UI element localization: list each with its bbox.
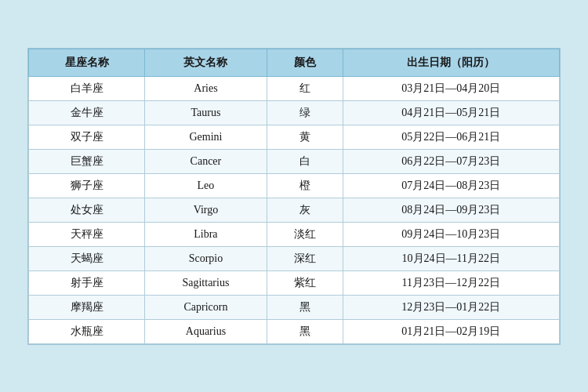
cell-10-0: 水瓶座 xyxy=(29,319,145,343)
table-row: 处女座Virgo灰08月24日—09月23日 xyxy=(29,198,560,222)
header-col-3: 出生日期（阳历） xyxy=(343,49,559,76)
cell-10-3: 01月21日—02月19日 xyxy=(343,319,559,343)
table-row: 摩羯座Capricorn黑12月23日—01月22日 xyxy=(29,295,560,319)
cell-6-0: 天秤座 xyxy=(29,222,145,246)
table-row: 双子座Gemini黄05月22日—06月21日 xyxy=(29,125,560,149)
cell-8-1: Sagittarius xyxy=(145,270,267,295)
cell-9-3: 12月23日—01月22日 xyxy=(343,295,559,319)
cell-8-0: 射手座 xyxy=(29,270,145,295)
table-row: 天秤座Libra淡红09月24日—10月23日 xyxy=(29,222,560,246)
cell-2-0: 双子座 xyxy=(29,125,145,149)
cell-5-2: 灰 xyxy=(267,198,343,222)
header-col-1: 英文名称 xyxy=(145,49,267,76)
cell-10-2: 黑 xyxy=(267,319,343,343)
table-row: 金牛座Taurus绿04月21日—05月21日 xyxy=(29,100,560,125)
cell-7-1: Scorpio xyxy=(145,246,267,270)
cell-9-0: 摩羯座 xyxy=(29,295,145,319)
cell-5-3: 08月24日—09月23日 xyxy=(343,198,559,222)
zodiac-table-container: 星座名称英文名称颜色出生日期（阳历） 白羊座Aries红03月21日—04月20… xyxy=(27,48,561,345)
table-body: 白羊座Aries红03月21日—04月20日金牛座Taurus绿04月21日—0… xyxy=(29,76,560,343)
cell-2-3: 05月22日—06月21日 xyxy=(343,125,559,149)
cell-5-1: Virgo xyxy=(145,198,267,222)
cell-2-1: Gemini xyxy=(145,125,267,149)
cell-0-2: 红 xyxy=(267,76,343,100)
table-row: 水瓶座Aquarius黑01月21日—02月19日 xyxy=(29,319,560,343)
cell-0-3: 03月21日—04月20日 xyxy=(343,76,559,100)
cell-9-2: 黑 xyxy=(267,295,343,319)
cell-1-2: 绿 xyxy=(267,100,343,125)
cell-10-1: Aquarius xyxy=(145,319,267,343)
cell-3-2: 白 xyxy=(267,149,343,173)
cell-6-1: Libra xyxy=(145,222,267,246)
cell-4-2: 橙 xyxy=(267,173,343,198)
table-row: 天蝎座Scorpio深红10月24日—11月22日 xyxy=(29,246,560,270)
table-header-row: 星座名称英文名称颜色出生日期（阳历） xyxy=(29,49,560,76)
zodiac-table: 星座名称英文名称颜色出生日期（阳历） 白羊座Aries红03月21日—04月20… xyxy=(28,49,560,344)
cell-3-3: 06月22日—07月23日 xyxy=(343,149,559,173)
table-row: 白羊座Aries红03月21日—04月20日 xyxy=(29,76,560,100)
cell-8-3: 11月23日—12月22日 xyxy=(343,270,559,295)
header-col-2: 颜色 xyxy=(267,49,343,76)
table-row: 射手座Sagittarius紫红11月23日—12月22日 xyxy=(29,270,560,295)
cell-0-1: Aries xyxy=(145,76,267,100)
header-col-0: 星座名称 xyxy=(29,49,145,76)
cell-1-0: 金牛座 xyxy=(29,100,145,125)
cell-7-3: 10月24日—11月22日 xyxy=(343,246,559,270)
table-row: 巨蟹座Cancer白06月22日—07月23日 xyxy=(29,149,560,173)
cell-8-2: 紫红 xyxy=(267,270,343,295)
cell-7-2: 深红 xyxy=(267,246,343,270)
cell-5-0: 处女座 xyxy=(29,198,145,222)
cell-3-1: Cancer xyxy=(145,149,267,173)
cell-9-1: Capricorn xyxy=(145,295,267,319)
cell-0-0: 白羊座 xyxy=(29,76,145,100)
cell-1-3: 04月21日—05月21日 xyxy=(343,100,559,125)
cell-6-3: 09月24日—10月23日 xyxy=(343,222,559,246)
cell-4-0: 狮子座 xyxy=(29,173,145,198)
cell-1-1: Taurus xyxy=(145,100,267,125)
cell-6-2: 淡红 xyxy=(267,222,343,246)
cell-4-1: Leo xyxy=(145,173,267,198)
cell-3-0: 巨蟹座 xyxy=(29,149,145,173)
cell-2-2: 黄 xyxy=(267,125,343,149)
cell-4-3: 07月24日—08月23日 xyxy=(343,173,559,198)
table-row: 狮子座Leo橙07月24日—08月23日 xyxy=(29,173,560,198)
cell-7-0: 天蝎座 xyxy=(29,246,145,270)
